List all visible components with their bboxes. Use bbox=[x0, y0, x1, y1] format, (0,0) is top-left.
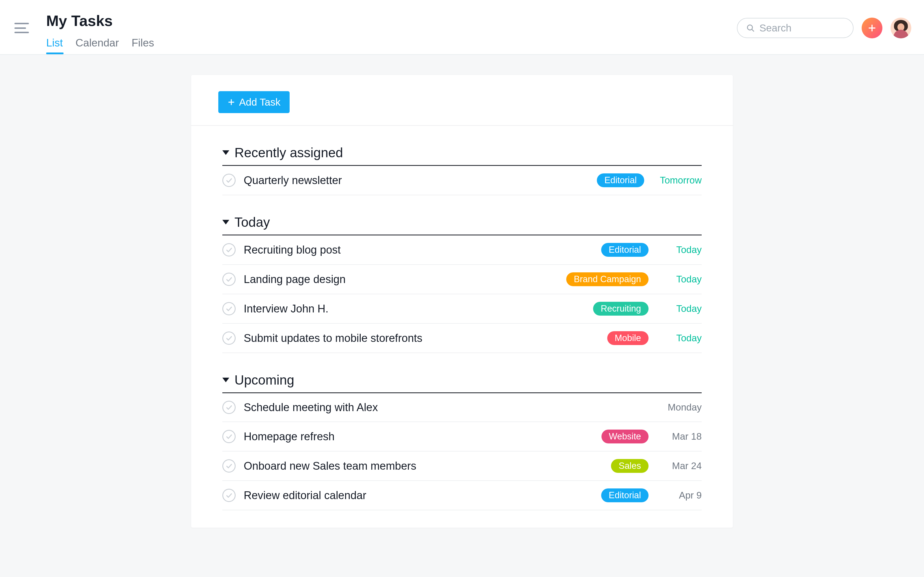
complete-checkbox[interactable] bbox=[222, 243, 236, 256]
task-due: Today bbox=[664, 303, 702, 314]
complete-checkbox[interactable] bbox=[222, 332, 236, 345]
task-due: Today bbox=[664, 333, 702, 343]
svg-line-1 bbox=[752, 29, 754, 31]
section-title: Upcoming bbox=[234, 372, 294, 388]
menu-icon[interactable] bbox=[15, 23, 29, 33]
tab-list[interactable]: List bbox=[46, 37, 63, 54]
user-avatar[interactable] bbox=[890, 18, 911, 39]
tab-files[interactable]: Files bbox=[132, 37, 154, 54]
add-task-button[interactable]: Add Task bbox=[218, 91, 290, 113]
page-title: My Tasks bbox=[46, 12, 737, 29]
search-box[interactable] bbox=[737, 18, 853, 38]
topbar: My Tasks List Calendar Files bbox=[0, 0, 924, 55]
task-tag[interactable]: Mobile bbox=[607, 331, 649, 345]
caret-down-icon bbox=[222, 220, 229, 224]
task-tag[interactable]: Editorial bbox=[601, 243, 649, 257]
task-due: Today bbox=[664, 244, 702, 255]
caret-down-icon bbox=[222, 150, 229, 155]
complete-checkbox[interactable] bbox=[222, 401, 236, 414]
task-due: Monday bbox=[664, 402, 702, 413]
task-name: Review editorial calendar bbox=[244, 489, 593, 502]
complete-checkbox[interactable] bbox=[222, 174, 236, 187]
task-row[interactable]: Quarterly newsletterEditorialTomorrow bbox=[222, 166, 702, 195]
task-row[interactable]: Schedule meeting with AlexMonday bbox=[222, 393, 702, 422]
task-name: Homepage refresh bbox=[244, 430, 593, 443]
global-add-button[interactable] bbox=[862, 18, 882, 39]
task-name: Onboard new Sales team members bbox=[244, 460, 603, 472]
task-tag[interactable]: Sales bbox=[611, 459, 649, 473]
section-title: Recently assigned bbox=[234, 145, 343, 160]
complete-checkbox[interactable] bbox=[222, 272, 236, 286]
complete-checkbox[interactable] bbox=[222, 459, 236, 472]
task-tag[interactable]: Editorial bbox=[601, 488, 649, 502]
task-row[interactable]: Homepage refreshWebsiteMar 18 bbox=[222, 422, 702, 451]
task-name: Recruiting blog post bbox=[244, 244, 593, 256]
task-row[interactable]: Interview John H.RecruitingToday bbox=[222, 294, 702, 324]
task-name: Quarterly newsletter bbox=[244, 174, 589, 187]
task-row[interactable]: Onboard new Sales team membersSalesMar 2… bbox=[222, 451, 702, 481]
complete-checkbox[interactable] bbox=[222, 302, 236, 315]
complete-checkbox[interactable] bbox=[222, 489, 236, 502]
task-row[interactable]: Landing page designBrand CampaignToday bbox=[222, 265, 702, 294]
task-list-card: Add Task Recently assignedQuarterly news… bbox=[191, 75, 733, 528]
add-task-label: Add Task bbox=[239, 97, 280, 108]
task-name: Schedule meeting with Alex bbox=[244, 401, 656, 414]
plus-icon bbox=[868, 24, 876, 32]
task-row[interactable]: Review editorial calendarEditorialApr 9 bbox=[222, 481, 702, 510]
task-due: Apr 9 bbox=[664, 490, 702, 501]
task-tag[interactable]: Website bbox=[601, 430, 649, 443]
view-tabs: List Calendar Files bbox=[46, 37, 737, 54]
section-header[interactable]: Upcoming bbox=[222, 372, 702, 393]
task-due: Mar 18 bbox=[664, 431, 702, 442]
section-header[interactable]: Today bbox=[222, 214, 702, 235]
task-row[interactable]: Submit updates to mobile storefrontsMobi… bbox=[222, 324, 702, 353]
section-header[interactable]: Recently assigned bbox=[222, 145, 702, 166]
task-due: Mar 24 bbox=[664, 461, 702, 471]
task-tag[interactable]: Recruiting bbox=[593, 302, 649, 316]
task-due: Tomorrow bbox=[660, 175, 702, 186]
task-name: Submit updates to mobile storefronts bbox=[244, 332, 599, 345]
search-icon bbox=[746, 24, 755, 32]
task-row[interactable]: Recruiting blog postEditorialToday bbox=[222, 235, 702, 265]
task-tag[interactable]: Brand Campaign bbox=[566, 272, 649, 286]
task-tag[interactable]: Editorial bbox=[597, 173, 644, 187]
plus-icon bbox=[228, 98, 235, 106]
task-name: Interview John H. bbox=[244, 303, 585, 315]
task-name: Landing page design bbox=[244, 273, 558, 285]
complete-checkbox[interactable] bbox=[222, 430, 236, 443]
caret-down-icon bbox=[222, 378, 229, 382]
section-title: Today bbox=[234, 214, 270, 230]
tab-calendar[interactable]: Calendar bbox=[76, 37, 119, 54]
search-input[interactable] bbox=[759, 22, 844, 34]
task-due: Today bbox=[664, 274, 702, 285]
